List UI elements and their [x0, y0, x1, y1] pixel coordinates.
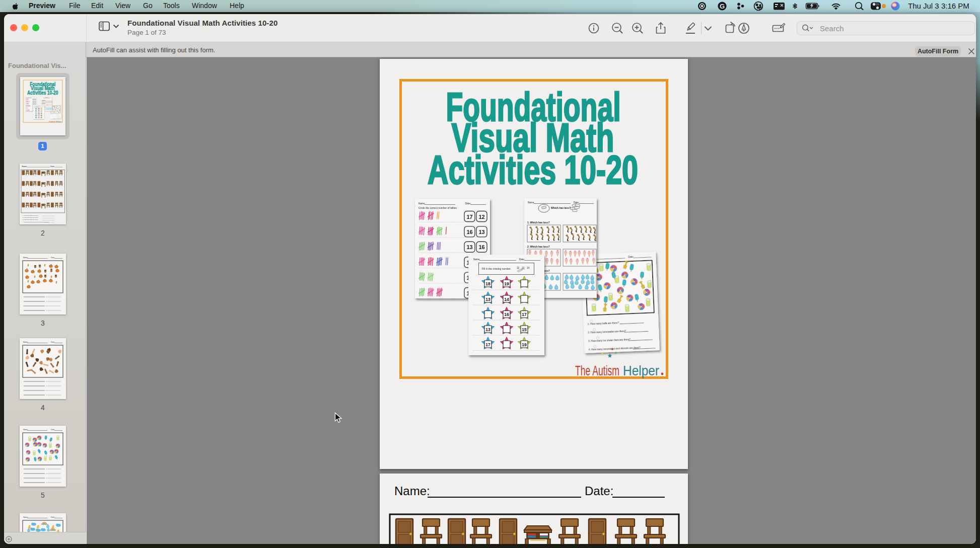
svg-text:G: G: [720, 3, 725, 10]
